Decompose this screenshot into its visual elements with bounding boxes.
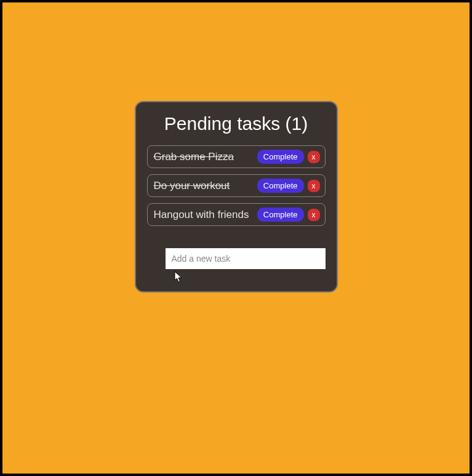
task-label: Grab some Pizza xyxy=(154,151,254,163)
task-list: Grab some Pizza Complete x Do your worko… xyxy=(147,145,326,226)
new-task-input[interactable] xyxy=(166,248,326,269)
page-title: Pending tasks (1) xyxy=(147,113,326,134)
task-label: Do your workout xyxy=(154,180,254,192)
delete-button[interactable]: x xyxy=(308,151,320,163)
task-label: Hangout with friends xyxy=(154,209,254,221)
task-row: Hangout with friends Complete x xyxy=(147,203,326,226)
task-card: Pending tasks (1) Grab some Pizza Comple… xyxy=(135,101,338,292)
delete-button[interactable]: x xyxy=(308,209,320,221)
task-row: Grab some Pizza Complete x xyxy=(147,145,326,168)
complete-button[interactable]: Complete xyxy=(257,208,304,222)
delete-button[interactable]: x xyxy=(308,180,320,192)
task-row: Do your workout Complete x xyxy=(147,174,326,197)
complete-button[interactable]: Complete xyxy=(257,150,304,164)
new-task-input-wrap xyxy=(147,248,326,269)
complete-button[interactable]: Complete xyxy=(257,179,304,193)
app-background: Pending tasks (1) Grab some Pizza Comple… xyxy=(2,2,470,474)
